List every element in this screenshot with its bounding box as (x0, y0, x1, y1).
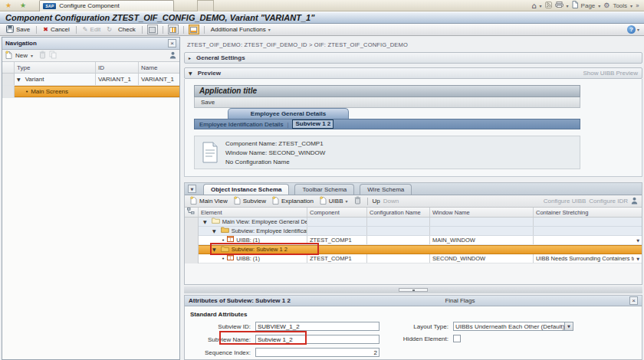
container-stretching-column-header[interactable]: Container Stretching (534, 208, 642, 217)
configure-idr-link[interactable]: Configure IDR (589, 198, 628, 205)
show-uibb-preview-link[interactable]: Show UIBB Preview (583, 70, 638, 77)
check-button[interactable]: Check (117, 26, 137, 33)
add-favorite-icon[interactable]: ★ (20, 0, 26, 11)
tools-menu[interactable]: Tools (613, 2, 627, 9)
row-selector[interactable] (185, 245, 199, 254)
home-icon[interactable]: ⌂ (531, 2, 536, 10)
schema-row-subview-1-2-selected[interactable]: ▼ Subview: Subview 1 2 (185, 245, 642, 254)
tab-toolbar-schema[interactable]: Toolbar Schema (294, 184, 354, 195)
browser-tab[interactable]: SAP Configure Component (39, 0, 174, 11)
schema-row-uibb-second-window[interactable]: • UIBB: (1) ZTEST_COMP1 SECOND_WINDOW UI… (185, 254, 642, 263)
schema-row-main-view[interactable]: ▼ Main View: Employee General Det... (185, 218, 642, 227)
expand-arrow-icon[interactable]: ▼ (17, 74, 21, 85)
down-button[interactable]: Down (383, 198, 399, 205)
type-column-header[interactable]: Type (15, 62, 96, 73)
dropdown-arrow-icon[interactable]: ▼ (564, 322, 573, 330)
preview-tab-employee-general-details[interactable]: Employee General Details (228, 108, 349, 119)
toggle-preview-panel-button[interactable] (147, 25, 158, 34)
component-column-header[interactable]: Component (307, 208, 367, 217)
new-page-icon (320, 196, 327, 206)
dropdown-arrow-icon[interactable]: ▼ (636, 236, 639, 244)
general-settings-section-header[interactable]: ▸ General Settings (184, 52, 642, 64)
preview-save-button[interactable]: Save (194, 97, 580, 108)
subview-name-label: Subview Name: (185, 336, 255, 343)
tab-object-instance-schema[interactable]: Object Instance Schema (203, 184, 289, 195)
subview-link-employee-identification[interactable]: Employee Identification Details (199, 121, 283, 128)
add-explanation-button[interactable]: Explanation (271, 196, 315, 206)
row-selector[interactable] (185, 254, 199, 263)
row-selector[interactable] (185, 227, 199, 236)
configuration-name-column-header[interactable]: Configuration Name (367, 208, 430, 217)
breadcrumb[interactable]: ZTEST_OIF_DEMO: ZTEST_OIF_DEMO_ID > OIF:… (187, 41, 408, 48)
favorites-star-icon[interactable]: ★ (5, 0, 12, 11)
edit-button[interactable]: ✎ Edit (81, 26, 103, 33)
row-selector[interactable] (185, 236, 199, 245)
browser-tab-bar: ★ ★ SAP Configure Component ⌂ ▾ ▾ Page ▾… (0, 0, 644, 11)
overflow-chevron-icon[interactable]: » (636, 2, 639, 9)
collapse-panel-button[interactable]: ▼ (188, 185, 196, 193)
nav-row-main-screens[interactable]: • Main Screens (2, 86, 179, 98)
copy-icon[interactable] (49, 51, 57, 61)
print-menu-arrow-icon[interactable]: ▾ (567, 3, 569, 8)
subview-selected-chip[interactable]: Subview 1 2 (292, 119, 334, 129)
help-button[interactable]: ? ▾ (627, 25, 639, 34)
layout-type-dropdown[interactable]: UIBBs Underneath Each Other (Default) ▼ (453, 322, 573, 331)
sequence-index-label: Sequence Index: (185, 349, 255, 356)
bullet-icon: • (222, 236, 225, 244)
new-tab-stub[interactable] (197, 0, 214, 11)
sequence-index-field[interactable] (255, 348, 380, 357)
expand-arrow-icon[interactable]: ▼ (212, 246, 216, 254)
final-flags-link[interactable]: Final Flags (445, 297, 475, 304)
dropdown-arrow-icon[interactable]: ▼ (636, 254, 639, 263)
additional-functions-button[interactable]: Additional Functions ▾ (209, 26, 272, 33)
personalize-icon[interactable] (631, 197, 638, 206)
add-uibb-button[interactable]: UIBB ▾ (318, 196, 350, 206)
id-column-header[interactable]: ID (96, 62, 139, 73)
new-button[interactable]: New (15, 52, 28, 59)
up-button[interactable]: Up (373, 198, 380, 205)
row-selector[interactable] (2, 74, 15, 85)
preview-section-header[interactable]: ▼ Preview Show UIBB Preview (184, 67, 642, 79)
subview-name-field[interactable] (255, 335, 380, 344)
name-column-header[interactable]: Name (139, 62, 179, 73)
save-button[interactable]: Save (5, 25, 31, 34)
schema-row-uibb-main-window[interactable]: • UIBB: (1) ZTEST_COMP1 MAIN_WINDOW ▼ (185, 236, 642, 245)
help-menu-arrow-icon: ▾ (637, 27, 639, 32)
window-name-column-header[interactable]: Window Name (430, 208, 534, 217)
delete-trash-icon[interactable] (39, 51, 46, 61)
element-column-header[interactable]: Element (199, 208, 307, 217)
personalize-icon[interactable] (169, 51, 176, 61)
refresh-button[interactable]: ↻ (105, 26, 113, 33)
schema-row-subview-1[interactable]: ▼ Subview: Employee Identificati... (185, 227, 642, 236)
splitter-handle[interactable] (399, 288, 428, 292)
add-main-view-button[interactable]: Main View (189, 196, 229, 206)
expanded-arrow-icon[interactable]: ▼ (189, 70, 192, 76)
nav-row-variant[interactable]: ▼ Variant VARIANT_1 VARIANT_1 (2, 74, 179, 86)
configure-uibb-link[interactable]: Configure UIBB (544, 198, 586, 205)
subview-id-field[interactable] (255, 322, 380, 331)
toggle-attributes-panel-button[interactable] (189, 25, 199, 34)
uibb-info-box: Component Name: ZTEST_COMP1 Window Name:… (194, 136, 580, 169)
attributes-form: Standard Attributes Subview ID: Subview … (185, 306, 642, 359)
page-menu[interactable]: Page (581, 2, 596, 9)
toolbar-separator (367, 198, 368, 205)
expand-arrow-icon[interactable]: ▼ (212, 227, 216, 235)
print-icon[interactable] (555, 2, 564, 9)
tools-menu-arrow-icon: ▾ (630, 3, 632, 8)
rss-feed-icon[interactable] (545, 2, 552, 10)
tab-wire-schema[interactable]: Wire Schema (360, 184, 412, 195)
row-selector[interactable] (2, 86, 15, 97)
collapsed-arrow-icon[interactable]: ▸ (189, 55, 191, 61)
panel-splitter[interactable] (184, 286, 642, 293)
hidden-element-checkbox[interactable] (453, 335, 461, 342)
toggle-navigation-panel-button[interactable] (168, 25, 179, 34)
navigation-close-button[interactable]: × (168, 39, 176, 47)
expand-arrow-icon[interactable]: ▼ (203, 218, 207, 226)
row-selector[interactable] (185, 218, 199, 227)
attributes-close-button[interactable]: × (629, 296, 638, 305)
add-subview-button[interactable]: Subview (232, 196, 268, 206)
delete-element-button[interactable] (353, 196, 363, 206)
cancel-button[interactable]: ✖ Cancel (41, 26, 71, 33)
home-menu-arrow-icon[interactable]: ▾ (540, 3, 542, 8)
schema-panel: ▼ Object Instance Schema Toolbar Schema … (184, 182, 642, 285)
